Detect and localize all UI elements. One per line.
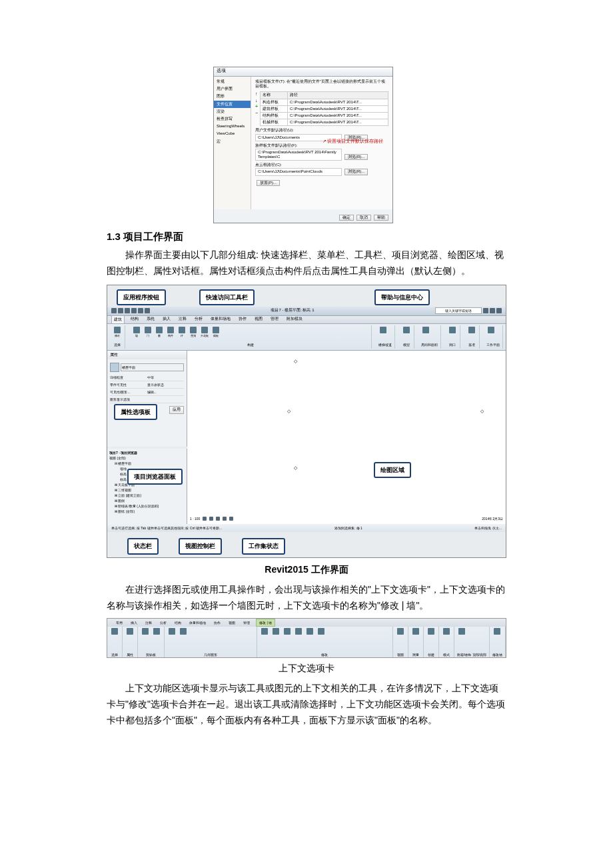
sidebar-item[interactable]: 常规 bbox=[214, 78, 251, 85]
elevation-marker-icon[interactable]: ◇ bbox=[294, 357, 297, 365]
join-icon[interactable] bbox=[180, 628, 187, 635]
app-menu-icon[interactable] bbox=[111, 308, 117, 313]
level-icon[interactable] bbox=[468, 327, 475, 333]
rotate-icon[interactable] bbox=[284, 628, 291, 635]
browser-item[interactable]: ⊟ 楼层平面 bbox=[109, 461, 185, 466]
undo-icon[interactable] bbox=[131, 308, 137, 313]
sidebar-item[interactable]: 检查拼写 bbox=[214, 115, 251, 123]
wall-opening-icon[interactable] bbox=[494, 628, 500, 635]
tab-structure[interactable]: 结构 bbox=[173, 619, 183, 626]
signin-icon[interactable] bbox=[496, 308, 502, 313]
favorites-icon[interactable] bbox=[490, 308, 495, 313]
redo-icon[interactable] bbox=[138, 308, 143, 313]
tab-addins[interactable]: 附加模块 bbox=[285, 315, 305, 323]
tab-annotate[interactable]: 注释 bbox=[177, 315, 189, 323]
array-icon[interactable] bbox=[318, 628, 324, 635]
tab-view[interactable]: 视图 bbox=[227, 619, 237, 626]
add-icon[interactable]: + bbox=[255, 104, 258, 109]
tab-massing[interactable]: 体量和场地 bbox=[187, 619, 208, 626]
tab-massing[interactable]: 体量和场地 bbox=[209, 315, 233, 323]
floor-icon[interactable] bbox=[213, 327, 219, 333]
sidebar-item[interactable]: SteeringWheels bbox=[214, 123, 251, 130]
save-icon[interactable] bbox=[125, 308, 130, 313]
tab-analyze[interactable]: 分析 bbox=[158, 619, 169, 626]
tab-common[interactable]: 常用 bbox=[114, 619, 125, 626]
edit-profile-icon[interactable] bbox=[443, 628, 450, 635]
tab-insert[interactable]: 插入 bbox=[161, 315, 173, 323]
tab-architecture[interactable]: 建筑 bbox=[111, 315, 125, 324]
elevation-marker-icon[interactable]: ◇ bbox=[287, 407, 291, 415]
crop-icon[interactable] bbox=[229, 517, 233, 521]
browser-item[interactable]: ⊞ 图例 bbox=[109, 498, 185, 503]
sidebar-item[interactable]: ViewCube bbox=[214, 130, 251, 137]
view-icon[interactable] bbox=[397, 628, 404, 635]
stair-icon[interactable] bbox=[380, 327, 386, 333]
visual-style-icon[interactable] bbox=[209, 517, 213, 521]
search-input[interactable]: 键入关键字或短语 bbox=[435, 307, 482, 314]
modify-icon[interactable] bbox=[114, 327, 121, 333]
print-icon[interactable] bbox=[145, 308, 150, 313]
remove-icon[interactable]: − bbox=[255, 111, 258, 116]
sidebar-item-active[interactable]: 文件位置 bbox=[214, 101, 251, 108]
view-scale[interactable]: 1 : 100 bbox=[190, 516, 200, 521]
mirror-icon[interactable] bbox=[295, 628, 302, 635]
paste-icon[interactable] bbox=[142, 628, 149, 635]
sidebar-item[interactable]: 图形 bbox=[214, 93, 251, 100]
tab-structure[interactable]: 结构 bbox=[129, 315, 141, 323]
wall-icon[interactable] bbox=[133, 327, 140, 333]
tab-collaborate[interactable]: 协作 bbox=[212, 619, 223, 626]
shadows-icon[interactable] bbox=[223, 517, 227, 521]
opening-icon[interactable] bbox=[449, 327, 456, 333]
tab-annotate[interactable]: 注释 bbox=[143, 619, 154, 626]
help-button[interactable]: 帮助 bbox=[374, 215, 388, 221]
trim-icon[interactable] bbox=[306, 628, 313, 635]
sidebar-item[interactable]: 用户界面 bbox=[214, 85, 251, 93]
drawing-canvas[interactable]: ◇ ◇ ◇ ◇ 2014年2月3日 1 : 100 bbox=[187, 351, 506, 524]
move-down-icon[interactable]: ↓ bbox=[255, 98, 258, 103]
elevation-marker-icon[interactable]: ◇ bbox=[480, 407, 484, 415]
copy-icon[interactable] bbox=[273, 628, 279, 635]
tab-modify-wall[interactable]: 修改 | 墙 bbox=[256, 619, 275, 627]
cut-icon[interactable] bbox=[153, 628, 160, 635]
workplane-icon[interactable] bbox=[488, 327, 494, 333]
sidebar-item[interactable]: 宏 bbox=[214, 138, 251, 145]
browser-item[interactable]: 视图 (全部) bbox=[109, 455, 185, 461]
browser-item[interactable]: ⊞ 明细表/数量 (人防分区面积) bbox=[109, 503, 185, 509]
browser-item[interactable]: ⊞ 三维视图 bbox=[109, 487, 185, 493]
fam-path-field[interactable]: C:\ProgramData\Autodesk\RVT 2014\Family … bbox=[255, 149, 342, 161]
create-icon[interactable] bbox=[428, 628, 434, 635]
ceiling-icon[interactable] bbox=[201, 327, 208, 333]
browse-button[interactable]: 浏览(R)... bbox=[344, 154, 368, 160]
browser-item[interactable]: ⊞ 立面 (建筑立面) bbox=[109, 493, 185, 498]
sun-path-icon[interactable] bbox=[216, 517, 220, 521]
tab-analyze[interactable]: 分析 bbox=[193, 315, 205, 323]
column-icon[interactable] bbox=[179, 327, 185, 333]
cancel-button[interactable]: 取消 bbox=[356, 215, 371, 221]
window-icon[interactable] bbox=[156, 327, 163, 333]
places-button[interactable]: 放置(P)... bbox=[257, 180, 280, 186]
properties-icon[interactable] bbox=[127, 628, 133, 635]
tab-collaborate[interactable]: 协作 bbox=[237, 315, 249, 323]
tab-view[interactable]: 视图 bbox=[253, 315, 265, 323]
measure-icon[interactable] bbox=[412, 628, 419, 635]
detail-level-icon[interactable] bbox=[203, 517, 207, 521]
cope-icon[interactable] bbox=[169, 628, 175, 635]
move-up-icon[interactable]: ↑ bbox=[255, 91, 258, 97]
pc-path-field[interactable]: C:\Users\JJ\Documents\PointClouds bbox=[255, 168, 342, 175]
open-icon[interactable] bbox=[118, 308, 123, 313]
browser-item[interactable]: ⊞ 图纸 (全部) bbox=[109, 509, 185, 514]
apply-button[interactable]: 应用 bbox=[169, 406, 184, 414]
ok-button[interactable]: 确定 bbox=[339, 215, 354, 221]
browse-button[interactable]: 浏览(R)... bbox=[344, 169, 368, 175]
tab-manage[interactable]: 管理 bbox=[241, 619, 252, 626]
view-type[interactable]: 楼层平面 bbox=[121, 363, 184, 371]
tab-systems[interactable]: 系统 bbox=[145, 315, 157, 323]
move-icon[interactable] bbox=[261, 628, 268, 635]
component-icon[interactable] bbox=[167, 327, 174, 333]
modify-icon[interactable] bbox=[111, 628, 118, 635]
attach-icon[interactable] bbox=[458, 628, 465, 635]
tab-manage[interactable]: 管理 bbox=[269, 315, 281, 323]
sidebar-item[interactable]: 渲染 bbox=[214, 108, 251, 115]
model-text-icon[interactable] bbox=[403, 327, 410, 333]
room-icon[interactable] bbox=[422, 327, 429, 333]
